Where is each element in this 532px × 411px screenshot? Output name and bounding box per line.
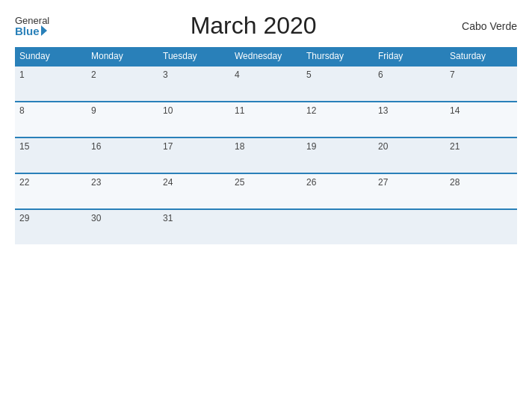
calendar-week-row: 891011121314: [15, 102, 517, 137]
weekday-header-row: SundayMondayTuesdayWednesdayThursdayFrid…: [15, 47, 517, 66]
day-number: 7: [450, 69, 455, 80]
calendar-day-cell: 15: [15, 137, 87, 173]
calendar-day-cell: 30: [87, 209, 158, 244]
day-number: 13: [378, 105, 388, 116]
day-number: 1: [19, 69, 25, 80]
weekday-header-thursday: Thursday: [302, 47, 374, 66]
country-name: Cabo Verde: [457, 20, 517, 32]
logo-triangle-icon: [41, 25, 47, 36]
calendar-day-cell: 29: [15, 209, 87, 244]
day-number: 17: [163, 141, 173, 152]
calendar-day-cell: 22: [15, 173, 87, 209]
day-number: 22: [19, 177, 29, 188]
logo-general-text: General: [15, 16, 49, 25]
calendar-day-cell: 21: [445, 137, 517, 173]
day-number: 9: [91, 105, 96, 116]
calendar-day-cell: 5: [302, 66, 374, 102]
day-number: 15: [19, 141, 29, 152]
calendar-day-cell: 11: [230, 102, 302, 137]
calendar-week-row: 293031: [15, 209, 517, 244]
day-number: 14: [450, 105, 460, 116]
day-number: 12: [306, 105, 316, 116]
calendar-day-cell: 31: [158, 209, 230, 244]
calendar-week-row: 1234567: [15, 66, 517, 102]
calendar-header: General Blue March 2020 Cabo Verde: [15, 12, 517, 40]
day-number: 20: [378, 141, 388, 152]
calendar-day-cell: 17: [158, 137, 230, 173]
calendar-day-cell: 20: [374, 137, 445, 173]
day-number: 25: [235, 177, 244, 188]
weekday-header-monday: Monday: [87, 47, 158, 66]
day-number: 18: [235, 141, 244, 152]
calendar-day-cell: [302, 209, 374, 244]
calendar-day-cell: 14: [445, 102, 517, 137]
calendar-day-cell: 16: [87, 137, 158, 173]
weekday-header-tuesday: Tuesday: [158, 47, 230, 66]
day-number: 3: [163, 69, 168, 80]
calendar-day-cell: 2: [87, 66, 158, 102]
calendar-day-cell: 27: [374, 173, 445, 209]
day-number: 8: [19, 105, 25, 116]
logo: General Blue: [15, 16, 49, 37]
day-number: 4: [235, 69, 240, 80]
day-number: 24: [163, 177, 173, 188]
calendar-week-row: 22232425262728: [15, 173, 517, 209]
calendar-day-cell: [230, 209, 302, 244]
day-number: 30: [91, 213, 101, 223]
calendar-day-cell: 19: [302, 137, 374, 173]
day-number: 27: [378, 177, 388, 188]
calendar-table: SundayMondayTuesdayWednesdayThursdayFrid…: [15, 47, 517, 244]
calendar-day-cell: 26: [302, 173, 374, 209]
day-number: 23: [91, 177, 101, 188]
calendar-day-cell: 23: [87, 173, 158, 209]
calendar-day-cell: 13: [374, 102, 445, 137]
day-number: 29: [19, 213, 29, 223]
calendar-day-cell: 18: [230, 137, 302, 173]
calendar-day-cell: 12: [302, 102, 374, 137]
calendar-day-cell: 28: [445, 173, 517, 209]
weekday-header-sunday: Sunday: [15, 47, 87, 66]
calendar-week-row: 15161718192021: [15, 137, 517, 173]
calendar-day-cell: 7: [445, 66, 517, 102]
day-number: 28: [450, 177, 460, 188]
calendar-day-cell: [445, 209, 517, 244]
day-number: 16: [91, 141, 101, 152]
day-number: 2: [91, 69, 96, 80]
calendar-day-cell: 6: [374, 66, 445, 102]
calendar-day-cell: 25: [230, 173, 302, 209]
day-number: 21: [450, 141, 460, 152]
day-number: 5: [306, 69, 312, 80]
day-number: 31: [163, 213, 173, 223]
calendar-title: March 2020: [49, 12, 457, 40]
day-number: 11: [235, 105, 244, 116]
calendar-wrapper: General Blue March 2020 Cabo Verde Sunda…: [0, 0, 532, 411]
calendar-day-cell: 8: [15, 102, 87, 137]
calendar-day-cell: 10: [158, 102, 230, 137]
day-number: 10: [163, 105, 173, 116]
weekday-header-saturday: Saturday: [445, 47, 517, 66]
day-number: 6: [378, 69, 383, 80]
day-number: 19: [306, 141, 316, 152]
weekday-header-wednesday: Wednesday: [230, 47, 302, 66]
day-number: 26: [306, 177, 316, 188]
calendar-day-cell: 24: [158, 173, 230, 209]
logo-blue-text: Blue: [15, 25, 47, 37]
calendar-day-cell: 3: [158, 66, 230, 102]
calendar-day-cell: [374, 209, 445, 244]
calendar-day-cell: 4: [230, 66, 302, 102]
calendar-day-cell: 9: [87, 102, 158, 137]
calendar-day-cell: 1: [15, 66, 87, 102]
weekday-header-friday: Friday: [374, 47, 445, 66]
